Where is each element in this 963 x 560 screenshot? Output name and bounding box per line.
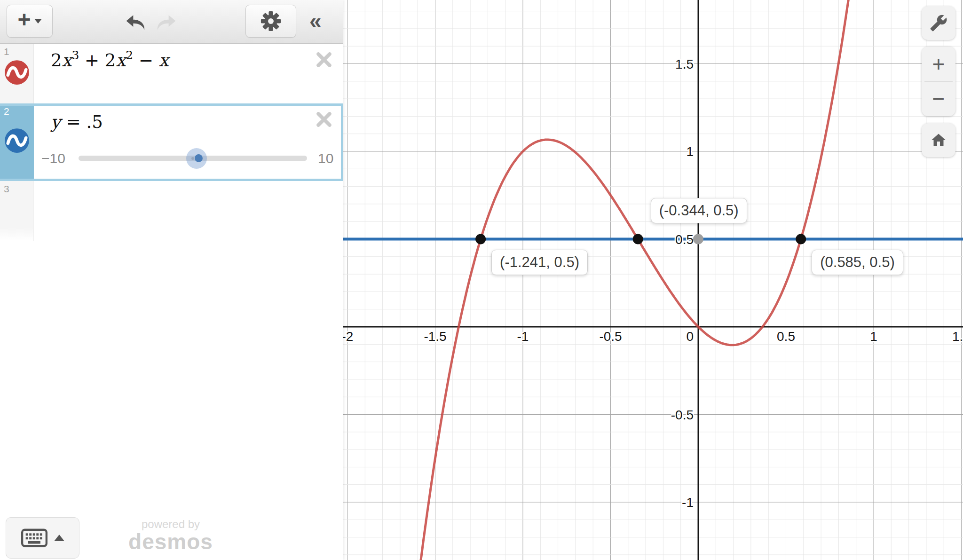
row-number: 3 [4, 183, 9, 195]
delete-expression-button[interactable] [316, 51, 332, 68]
wrench-icon [930, 14, 947, 32]
undo-arrow-icon [125, 15, 147, 31]
y-tick-label: -1 [682, 495, 694, 510]
intersection-point[interactable] [633, 234, 643, 245]
y-tick-label: 0.5 [675, 232, 694, 247]
expression-formula[interactable]: 2x3 + 2x2 − x [51, 50, 169, 71]
expression-gutter: 3 [0, 181, 34, 241]
expression-toolbar: + [0, 0, 343, 44]
x-tick-label: 0 [686, 329, 694, 344]
slider-handle[interactable] [195, 154, 203, 162]
slider-max-label[interactable]: 10 [318, 150, 333, 166]
desmos-app: + [0, 0, 963, 560]
intersection-point[interactable] [796, 234, 806, 245]
zoom-in-button[interactable]: + [922, 47, 955, 81]
expression-panel: + [0, 0, 343, 560]
graph-settings-wrench-button[interactable] [922, 6, 955, 40]
expression-formula[interactable]: y = .5 [51, 112, 103, 132]
row-number: 2 [4, 106, 9, 117]
row-number: 1 [4, 46, 9, 57]
x-tick-label: 1 [870, 329, 877, 344]
sine-wave-icon [4, 60, 30, 85]
show-keyboard-button[interactable] [6, 517, 79, 559]
collapse-panel-button[interactable]: « [309, 6, 322, 36]
watermark-powered-by: powered by [107, 518, 234, 531]
x-tick-label: -1.5 [424, 329, 446, 344]
graph-paper[interactable]: -2-1.5-1-0.500.511.51.510.5-0.5-1 (-1.24… [343, 0, 963, 560]
expression-row-3-empty[interactable]: 3 [0, 181, 343, 241]
x-tick-label: -2 [343, 329, 353, 344]
graph-settings-button[interactable] [245, 5, 296, 38]
desmos-watermark: powered by desmos [107, 518, 234, 552]
x-tick-label: 0.5 [777, 329, 795, 344]
add-expression-button[interactable]: + [7, 5, 53, 38]
keyboard-icon [21, 528, 47, 547]
slider-min-label[interactable]: −10 [41, 150, 65, 166]
undo-button[interactable] [125, 15, 147, 32]
home-icon [930, 132, 947, 149]
zoom-out-button[interactable]: − [922, 81, 955, 116]
y-tick-label: 1 [686, 144, 694, 159]
x-tick-label: -1 [517, 329, 529, 344]
line-drag-point[interactable] [693, 234, 703, 245]
x-tick-label: 1.5 [952, 329, 963, 344]
triangle-up-icon [54, 535, 64, 541]
zoom-button-group: + − [922, 47, 955, 116]
desmos-logo-text: desmos [107, 531, 234, 552]
close-icon [316, 111, 332, 128]
gear-icon [260, 11, 281, 32]
x-tick-label: -0.5 [599, 329, 622, 344]
expression-row-1[interactable]: 1 2x3 + 2x2 − x [0, 44, 343, 103]
intersection-point[interactable] [475, 234, 486, 245]
expression-color-icon[interactable] [4, 60, 30, 85]
cubic-curve [398, 0, 876, 560]
sine-wave-icon [4, 128, 30, 153]
redo-arrow-icon [155, 15, 177, 31]
expression-row-2[interactable]: 2 y = .5 −10 10 [0, 103, 343, 181]
close-icon [316, 51, 332, 68]
expression-gutter-selected: 2 [0, 103, 34, 181]
redo-button[interactable] [155, 15, 177, 32]
delete-expression-button[interactable] [316, 111, 332, 128]
chevron-down-icon [34, 19, 42, 24]
expression-gutter: 1 [0, 44, 34, 103]
plus-icon: + [17, 8, 31, 31]
expression-color-icon[interactable] [4, 128, 30, 153]
default-viewport-home-button[interactable] [922, 123, 955, 157]
y-tick-label: -0.5 [671, 408, 694, 422]
graph-canvas[interactable]: -2-1.5-1-0.500.511.51.510.5-0.5-1 [343, 0, 963, 560]
y-tick-label: 1.5 [675, 57, 694, 71]
